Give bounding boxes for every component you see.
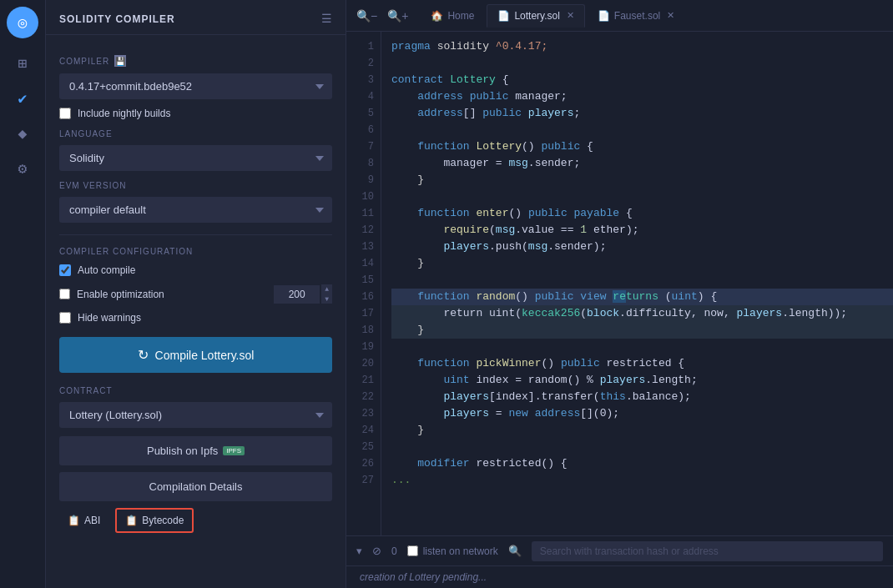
tab-bar: 🔍− 🔍+ 🏠 Home 📄 Lottery.sol ✕ 📄 Fauset.so… [346, 0, 893, 32]
code-content[interactable]: pragma solidity ^0.4.17; contract Lotter… [381, 32, 893, 535]
status-bar: ▾ ⊘ 0 listen on network 🔍 [346, 535, 893, 565]
sidebar-settings-icon[interactable]: ⚙ [8, 153, 38, 183]
panel-title: SOLIDITY COMPILER [59, 13, 175, 25]
compiler-label: COMPILER 💾 [59, 55, 332, 67]
save-icon: 💾 [114, 55, 126, 67]
lottery-tab-label: Lottery.sol [514, 10, 559, 22]
publish-label: Publish on Ipfs [147, 445, 218, 457]
app-logo[interactable]: ◎ [7, 7, 38, 38]
listen-network-row: listen on network [407, 545, 498, 557]
status-count: 0 [391, 545, 397, 557]
fauset-tab-close[interactable]: ✕ [667, 10, 674, 21]
compile-button[interactable]: ↻ Compile Lottery.sol [59, 337, 332, 373]
contract-select[interactable]: Lottery (Lottery.sol) [59, 402, 332, 428]
bottom-notification: creation of Lottery pending... [346, 565, 893, 588]
icon-sidebar: ◎ ⊞ ✔ ◆ ⚙ [0, 0, 46, 588]
lottery-tab-close[interactable]: ✕ [567, 10, 574, 21]
contract-section-label: CONTRACT [59, 386, 332, 395]
compiler-select[interactable]: 0.4.17+commit.bdeb9e52 [59, 73, 332, 99]
panel-body: COMPILER 💾 0.4.17+commit.bdeb9e52 Includ… [46, 35, 346, 550]
bytecode-copy-icon: 📋 [125, 515, 138, 526]
fauset-tab-label: Fauset.sol [614, 10, 660, 22]
auto-compile-checkbox[interactable] [59, 264, 71, 276]
zoom-in-button[interactable]: 🔍+ [384, 8, 411, 24]
zoom-out-button[interactable]: 🔍− [353, 8, 381, 24]
auto-compile-label: Auto compile [78, 264, 135, 276]
optimization-value[interactable] [274, 285, 320, 304]
home-tab-icon: 🏠 [431, 10, 443, 22]
config-label: COMPILER CONFIGURATION [59, 247, 332, 256]
panel-header: SOLIDITY COMPILER ☰ [46, 0, 346, 35]
ipfs-badge: IPFS [223, 446, 245, 455]
fauset-tab-icon: 📄 [598, 10, 610, 22]
evm-section-label: EVM VERSION [59, 181, 332, 190]
optimization-row: Enable optimization ▲ ▼ [59, 284, 332, 304]
listen-network-checkbox[interactable] [407, 545, 418, 556]
publish-ipfs-button[interactable]: Publish on Ipfs IPFS [59, 436, 332, 465]
hide-warnings-label: Hide warnings [78, 312, 141, 324]
hide-warnings-row: Hide warnings [59, 312, 332, 324]
hide-warnings-checkbox[interactable] [59, 312, 71, 324]
sidebar-files-icon[interactable]: ⊞ [8, 48, 38, 78]
search-input[interactable] [532, 541, 883, 561]
line-numbers: 1234567891011121314151617181920212223242… [346, 32, 381, 535]
evm-select[interactable]: compiler default [59, 197, 332, 223]
divider [59, 234, 332, 235]
compile-spin-icon: ↻ [138, 347, 149, 363]
language-section-label: LANGUAGE [59, 129, 332, 138]
code-editor: 1234567891011121314151617181920212223242… [346, 32, 893, 535]
opt-down-arrow[interactable]: ▼ [321, 294, 332, 304]
editor-area: 🔍− 🔍+ 🏠 Home 📄 Lottery.sol ✕ 📄 Fauset.so… [346, 0, 893, 588]
lottery-tab-icon: 📄 [497, 10, 510, 22]
bytecode-button[interactable]: 📋 Bytecode [115, 508, 194, 533]
compilation-details-label: Compilation Details [149, 480, 243, 493]
include-nightly-label: Include nightly builds [78, 108, 170, 119]
sidebar-deploy-icon[interactable]: ◆ [8, 118, 38, 148]
include-nightly-row: Include nightly builds [59, 108, 332, 119]
optimization-input-wrap: ▲ ▼ [274, 284, 332, 304]
status-down-arrow[interactable]: ▾ [356, 545, 362, 557]
auto-compile-row: Auto compile [59, 264, 332, 276]
search-icon[interactable]: 🔍 [508, 545, 522, 557]
logo-icon: ◎ [18, 13, 28, 32]
opt-up-arrow[interactable]: ▲ [321, 284, 332, 294]
abi-bytecode-row: 📋 ABI 📋 Bytecode [59, 508, 332, 540]
tab-fauset-sol[interactable]: 📄 Fauset.sol ✕ [587, 4, 685, 28]
tab-zoom-controls: 🔍− 🔍+ [353, 8, 411, 24]
panel-menu-icon[interactable]: ☰ [321, 12, 332, 26]
listen-network-label: listen on network [423, 545, 498, 557]
enable-optimization-label: Enable optimization [77, 289, 267, 300]
compiler-panel: SOLIDITY COMPILER ☰ COMPILER 💾 0.4.17+co… [46, 0, 346, 588]
tab-home[interactable]: 🏠 Home [420, 4, 485, 28]
include-nightly-checkbox[interactable] [59, 108, 71, 119]
abi-label: ABI [84, 515, 100, 526]
sidebar-compile-icon[interactable]: ✔ [8, 83, 38, 113]
enable-optimization-checkbox[interactable] [59, 289, 70, 299]
contract-section: CONTRACT Lottery (Lottery.sol) [59, 386, 332, 428]
abi-button[interactable]: 📋 ABI [59, 508, 108, 533]
status-cancel-icon[interactable]: ⊘ [372, 545, 381, 557]
optimization-arrows: ▲ ▼ [321, 284, 332, 304]
home-tab-label: Home [447, 10, 474, 22]
language-select[interactable]: Solidity [59, 145, 332, 171]
bytecode-label: Bytecode [142, 515, 184, 526]
tab-lottery-sol[interactable]: 📄 Lottery.sol ✕ [487, 4, 584, 28]
abi-copy-icon: 📋 [68, 515, 80, 526]
notification-text: creation of Lottery pending... [360, 571, 487, 583]
compilation-details-button[interactable]: Compilation Details [59, 472, 332, 501]
compile-button-label: Compile Lottery.sol [155, 349, 255, 362]
